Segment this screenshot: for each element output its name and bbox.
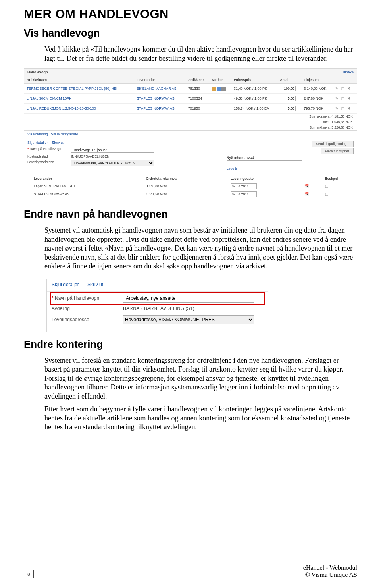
tag-icon	[221, 87, 226, 91]
link-skjul-detaljer[interactable]: Skjul detaljer	[52, 282, 79, 287]
row-avdeling: Avdeling BARNAS BARNEAVDELING (S1)	[51, 304, 264, 313]
cell-unitprice: 49,56 NOK / 1,00 PK	[231, 94, 278, 104]
cell-linesum: 247,80 NOK	[301, 94, 333, 104]
cell-unitprice: 158,74 NOK / 1,00 EA	[231, 104, 278, 114]
screenshot-cart: Handlevogn Tilbake Artikkelnavn Leverand…	[24, 68, 357, 202]
row-leveringsadresse: Leveringsadresse Hovedadresse, VISMA KOM…	[51, 313, 264, 326]
col-antall: Antall	[277, 76, 301, 84]
cell-supplier: STAPLES NORWAY AS	[34, 190, 146, 198]
product-link[interactable]: LINJAL 30CM DM/CM 10PK	[24, 94, 134, 104]
orders-table: Leverandør Ordretotal eks.mva Leveringsd…	[34, 175, 366, 198]
table-row: LINJAL 30CM DM/CM 10PK STAPLES NORWAY AS…	[24, 94, 357, 104]
cell-linesum: 3 140,00 NOK	[301, 84, 333, 94]
select-leveringsadresse[interactable]: Hovedadresse, PANCOVEIEN 7, 1621 G	[71, 160, 154, 166]
product-link[interactable]: TERMOBEGER COFFEE SPECIAL PAPP 25CL (50)…	[24, 84, 134, 94]
table-row: TERMOBEGER COFFEE SPECIAL PAPP 25CL (50)…	[24, 84, 357, 94]
page-title: MER OM HANDLEVOGN	[24, 7, 357, 21]
supplier-link[interactable]: EIKELAND MAGNAR AS	[134, 84, 186, 94]
note-icon[interactable]: ▢	[325, 192, 329, 196]
product-link[interactable]: LINJAL REDUKSJON 1:2,5-5-10-20-50-100	[24, 104, 134, 114]
cell-articleno: 701950	[186, 104, 210, 114]
select-leveringsadresse[interactable]: Hovedadresse, VISMA KOMMUNE, PRES	[123, 315, 254, 324]
cart-table: Artikkelnavn Leverandør Artikkelnr Merke…	[24, 76, 357, 130]
calendar-icon[interactable]: 📅	[304, 192, 309, 196]
col-leverandor: Leverandør	[134, 76, 186, 84]
label-navn-pa-handlevogn: Navn på Handlevogn	[52, 295, 123, 301]
col-beskjed: Beskjed	[325, 175, 366, 182]
value-avdeling: BARNAS BARNEAVDELING (S1)	[123, 306, 263, 311]
link-skriv-ut[interactable]: Skriv ut	[52, 141, 64, 145]
tag-icon	[217, 87, 221, 91]
row-navn-highlighted: Navn på Handlevogn	[51, 293, 264, 304]
cart-details: Navn på Handlevogn Kostnadssted INNKJØPS…	[27, 147, 162, 166]
cell-supplier: Lager: SENTRALLAGERET	[34, 182, 146, 191]
cell-merker	[210, 104, 231, 114]
input-internt-notat[interactable]	[227, 160, 302, 166]
table-row: Lager: SENTRALLAGERET 3 140,00 NOK 📅 ▢	[34, 182, 366, 191]
cell-merker	[210, 84, 231, 94]
supplier-link[interactable]: STAPLES NORWAY AS	[134, 104, 186, 114]
cell-unitprice: 31,40 NOK / 1,00 PK	[231, 84, 278, 94]
col-artikkelnavn: Artikkelnavn	[24, 76, 134, 84]
table-row: LINJAL REDUKSJON 1:2,5-5-10-20-50-100 ST…	[24, 104, 357, 114]
qty-input[interactable]	[280, 106, 296, 111]
row-actions[interactable]: ✎ ▢ ✖	[333, 104, 357, 114]
paragraph-kontering-2: Etter hvert som du begynner å fylle vare…	[44, 405, 357, 432]
cell-merker	[210, 94, 231, 104]
label-kostnadssted: Kostnadssted	[27, 154, 71, 158]
page-number: 8	[24, 570, 34, 578]
cell-linesum: 793,70 NOK	[301, 104, 333, 114]
cell-articleno: 7100324	[186, 94, 210, 104]
link-vis-kontering[interactable]: Vis kontering	[27, 132, 48, 136]
label-leveringsadresse: Leveringsadresse	[27, 160, 71, 166]
table-row: STAPLES NORWAY AS 1 041,50 NOK 📅 ▢	[34, 190, 366, 198]
back-link[interactable]: Tilbake	[342, 70, 354, 74]
cell-ordertotal: 1 041,50 NOK	[146, 190, 231, 198]
label-avdeling: Avdeling	[52, 306, 123, 311]
col-leveringsdato: Leveringsdato	[231, 175, 304, 182]
paragraph-endre-navn: Systemet vil automatisk gi handlevognen …	[44, 226, 357, 271]
screenshot-edit-name: Skjul detaljer Skriv ut Navn på Handlevo…	[46, 279, 268, 332]
col-enhetspris: Enhetspris	[231, 76, 278, 84]
col-artikkelnr: Artikkelnr	[186, 76, 210, 84]
col-merker: Merker	[210, 76, 231, 84]
section-endre-navn: Endre navn på handlevognen	[24, 208, 357, 220]
footer-copyright: © Visma Unique AS	[303, 571, 357, 578]
row-actions[interactable]: ✎ ▢ ✖	[333, 94, 357, 104]
col-linjesum: Linjesum	[301, 76, 333, 84]
row-actions[interactable]: ✎ ▢ ✖	[333, 84, 357, 94]
input-cart-name[interactable]	[71, 147, 154, 153]
note-icon[interactable]: ▢	[325, 184, 329, 188]
section-endre-kontering: Endre kontering	[24, 338, 357, 351]
input-cart-name[interactable]	[123, 294, 254, 303]
cell-ordertotal: 3 140,00 NOK	[146, 182, 231, 191]
paragraph-kontering-1: Systemet vil foreslå en standard konteri…	[44, 356, 357, 401]
section-vis-handlevogn: Vis handlevogn	[24, 27, 357, 39]
qty-input[interactable]	[280, 96, 296, 101]
label-nytt-internt-notat: Nytt internt notat	[227, 156, 354, 160]
footer-product: eHandel - Webmodul	[303, 564, 357, 571]
page-footer: 8 eHandel - Webmodul © Visma Unique AS	[0, 564, 381, 578]
input-leveringsdato[interactable]	[231, 191, 257, 197]
cart-title: Handlevogn	[27, 70, 48, 74]
supplier-link[interactable]: STAPLES NORWAY AS	[134, 94, 186, 104]
col-leverandor-2: Leverandør	[34, 175, 146, 182]
cell-articleno: 761330	[186, 84, 210, 94]
calendar-icon[interactable]: 📅	[304, 184, 309, 188]
label-leveringsadresse: Leveringsadresse	[52, 317, 123, 322]
label-navn-pa-handlevogn: Navn på Handlevogn	[27, 147, 71, 153]
flere-funksjoner-button[interactable]: Flere funksjoner	[321, 148, 354, 154]
value-kostnadssted: INNKJØPSAVDELINGEN	[71, 154, 162, 158]
sum-mva: mva: 1 045,38 NOK	[24, 119, 357, 125]
tag-icon	[212, 87, 216, 91]
link-skriv-ut[interactable]: Skriv ut	[87, 282, 103, 287]
sum-eksmva: Sum eks.mva: 4 181,50 NOK	[24, 114, 357, 120]
sum-inklmva: Sum inkl.mva: 5 226,88 NOK	[24, 125, 357, 130]
link-skjul-detaljer[interactable]: Skjul detaljer	[27, 141, 48, 145]
input-leveringsdato[interactable]	[231, 183, 257, 189]
col-ordretotal: Ordretotal eks.mva	[146, 175, 231, 182]
link-legg-til[interactable]: Legg til	[227, 166, 237, 170]
link-vis-leveringsdato[interactable]: Vis leveringsdato	[51, 132, 78, 136]
qty-input[interactable]	[280, 86, 296, 91]
send-til-godkjenning-button[interactable]: Send til godkjenning...	[312, 141, 354, 147]
